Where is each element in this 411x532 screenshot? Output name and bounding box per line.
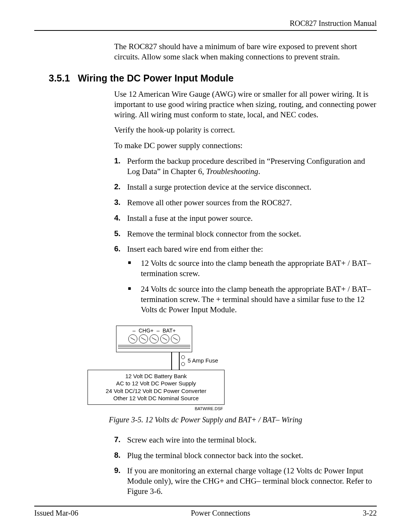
figure-source-file: BATWIRE.DSF [88,406,225,411]
terminal-label: – [156,328,159,334]
step-6-sublist: ■ 12 Volts dc source into the clamp bene… [127,258,377,315]
step-number: 9. [114,466,127,497]
step-text: Screw each wire into the terminal block. [127,435,377,445]
figure-3-5: – CHG+ – BAT+ 5 A [34,326,377,424]
step-text: Remove the terminal block connector from… [127,229,377,239]
section-title: Wiring the DC Power Input Module [78,73,233,83]
header-rule [34,30,377,31]
intro-paragraph: The ROC827 should have a minimum of bare… [114,42,377,62]
step-1: 1. Perform the backup procedure describe… [114,156,377,177]
step-text: Install a fuse at the input power source… [127,213,377,224]
step-number: 5. [114,229,127,239]
screw-icon [128,334,137,343]
step-text: Plug the terminal block connector back i… [127,451,377,461]
terminal-block-diagram: – CHG+ – BAT+ [116,326,192,352]
footer-section: Power Connections [191,509,250,518]
bullet-icon: ■ [127,284,141,315]
step-7: 7. Screw each wire into the terminal blo… [114,435,377,445]
steps-list-continued: 7. Screw each wire into the terminal blo… [114,435,377,497]
terminal-label: CHG+ [139,328,153,334]
step-9: 9. If you are monitoring an external cha… [114,466,377,497]
sub-bullet-2: ■ 24 Volts dc source into the clamp bene… [127,284,377,315]
step-number: 6. [114,244,127,320]
footer-issued: Issued Mar-06 [34,509,78,518]
step-number: 7. [114,435,127,445]
step-4: 4. Install a fuse at the input power sou… [114,213,377,224]
step-6: 6. Insert each bared wire end from eithe… [114,244,377,320]
section-p2: Verify the hook-up polarity is correct. [114,125,377,135]
page-footer: Issued Mar-06 Power Connections 3-22 [34,506,377,518]
footer-rule [34,506,377,506]
steps-list: 1. Perform the backup procedure describe… [114,156,377,320]
step-text: Perform the backup procedure described i… [127,156,377,177]
step-number: 3. [114,198,127,208]
step-number: 2. [114,182,127,192]
section-number: 3.5.1 [49,73,70,83]
power-source-box: 12 Volt DC Battery Bank AC to 12 Volt DC… [88,370,225,405]
step-5: 5. Remove the terminal block connector f… [114,229,377,239]
section-heading: 3.5.1 Wiring the DC Power Input Module [49,73,377,84]
step-3: 3. Remove all other power sources from t… [114,198,377,208]
step-number: 1. [114,156,127,177]
wire-leads: 5 Amp Fuse [116,352,192,370]
screw-icon [160,334,169,343]
step-text: If you are monitoring an external charge… [127,466,377,497]
section-p1: Use 12 American Wire Gauge (AWG) wire or… [114,89,377,120]
section-p3: To make DC power supply connections: [114,141,377,151]
fuse-icon [180,355,185,366]
step-text: Remove all other power sources from the … [127,198,377,208]
bullet-icon: ■ [127,258,141,279]
header-doc-title: ROC827 Instruction Manual [34,19,377,28]
step-text: Insert each bared wire end from either t… [127,244,377,320]
step-number: 8. [114,451,127,461]
terminal-label: BAT+ [162,328,175,334]
step-2: 2. Install a surge protection device at … [114,182,377,192]
screw-icon [171,334,180,343]
step-text: Install a surge protection device at the… [127,182,377,192]
footer-page-number: 3-22 [363,509,377,518]
screw-icon [150,334,159,343]
screw-icon [139,334,148,343]
step-number: 4. [114,213,127,224]
sub-bullet-1: ■ 12 Volts dc source into the clamp bene… [127,258,377,279]
figure-caption: Figure 3-5. 12 Volts dc Power Supply and… [34,415,377,424]
fuse-label: 5 Amp Fuse [188,357,218,364]
terminal-label: – [132,328,135,334]
step-8: 8. Plug the terminal block connector bac… [114,451,377,461]
